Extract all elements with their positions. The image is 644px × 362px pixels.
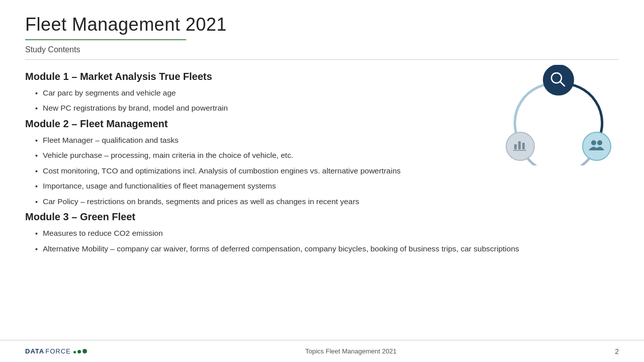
logo-dot-3 (83, 349, 87, 353)
main-content: Module 1 – Market Analysis True Fleets C… (0, 60, 644, 340)
slide: Fleet Management 2021 Study Contents Mod… (0, 0, 644, 362)
logo-dots (73, 349, 87, 353)
svg-point-9 (591, 140, 596, 145)
logo-force-text: FORCE (45, 347, 71, 355)
svg-point-8 (583, 132, 611, 160)
list-item: Importance, usage and functionalities of… (35, 180, 609, 192)
module-3-title: Module 3 – Green Fleet (25, 211, 609, 223)
list-item: Measures to reduce CO2 emission (35, 228, 609, 239)
footer: DATA FORCE Topics Fleet Management 2021 … (0, 340, 644, 362)
header-subtitle: Study Contents (25, 45, 619, 54)
logo-data-text: DATA (25, 347, 44, 355)
svg-rect-6 (522, 143, 525, 149)
header: Fleet Management 2021 Study Contents (0, 0, 644, 60)
module-3-bullets: Measures to reduce CO2 emission Alternat… (25, 228, 609, 254)
list-item: Alternative Mobility – company car waive… (35, 243, 609, 254)
footer-page-number: 2 (615, 347, 619, 355)
module-3: Module 3 – Green Fleet Measures to reduc… (25, 211, 609, 254)
svg-point-0 (543, 65, 574, 95)
list-item: Cost monitoring, TCO and optimizations i… (35, 165, 609, 176)
module-diagram (503, 65, 614, 165)
svg-rect-5 (518, 141, 521, 149)
footer-center-text: Topics Fleet Management 2021 (87, 347, 615, 355)
list-item: Car Policy – restrictions on brands, seg… (35, 196, 609, 207)
page-title: Fleet Management 2021 (25, 14, 619, 35)
footer-logo: DATA FORCE (25, 347, 87, 355)
title-underline (25, 39, 186, 40)
svg-point-10 (597, 140, 602, 145)
diagram-container (498, 65, 619, 165)
logo-dot-2 (77, 350, 81, 353)
svg-rect-4 (514, 144, 517, 149)
logo-dot-1 (73, 351, 76, 353)
